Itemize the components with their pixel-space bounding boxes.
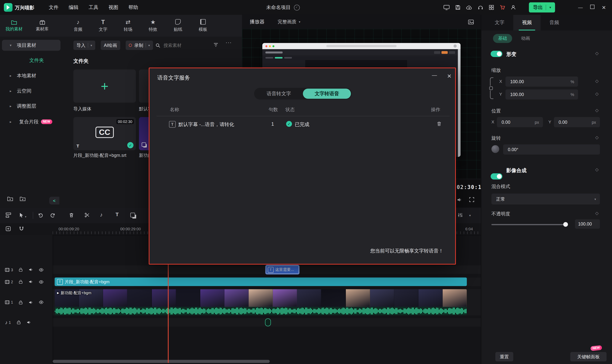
search-input[interactable]	[163, 42, 203, 48]
save-icon[interactable]	[455, 5, 461, 10]
tts-audio-clip[interactable]	[265, 318, 271, 326]
slider-track[interactable]	[492, 224, 566, 225]
opacity-slider[interactable]	[492, 221, 568, 228]
position-y-input[interactable]: 0.00px	[554, 117, 600, 127]
snapshot-icon[interactable]	[468, 19, 474, 25]
delete-icon[interactable]	[69, 212, 74, 218]
row-delete-icon[interactable]	[436, 121, 442, 126]
transform-toggle[interactable]	[491, 51, 502, 57]
link-scale-icon[interactable]	[489, 77, 495, 100]
blend-mode-dropdown[interactable]: 正常 ▾	[492, 194, 600, 205]
tab-text-to-speech[interactable]: 文字转语音	[303, 89, 351, 99]
opacity-input[interactable]: 100.00	[575, 219, 600, 229]
search-box[interactable]	[155, 40, 203, 50]
tab-audio[interactable]: ♪音频	[66, 19, 91, 32]
text-clip[interactable]: T 这里需要...	[266, 265, 299, 274]
display-icon[interactable]	[443, 5, 450, 10]
menu-edit[interactable]: 编辑	[64, 4, 84, 11]
tab-speech-to-text[interactable]: 语音转文字	[255, 89, 303, 99]
scale-x-input[interactable]: 100.00%	[506, 77, 578, 87]
mute-speaker-icon[interactable]	[26, 320, 31, 325]
lock-icon[interactable]	[18, 279, 23, 284]
sidebar-item-adjustment-layer[interactable]: ▸ 调整图层	[2, 101, 60, 112]
timeline-menu-chevron-icon[interactable]: ▾	[469, 214, 471, 217]
tab-video-props[interactable]: 视频	[513, 15, 541, 31]
mute-speaker-icon[interactable]	[29, 267, 33, 272]
subtitle-file-tile[interactable]: 00:02:30 CC T ✓	[73, 117, 136, 150]
add-folder-icon[interactable]	[7, 196, 13, 201]
keyframe-diamond-icon[interactable]: ◇	[595, 79, 599, 83]
player-volume-icon[interactable]	[457, 197, 462, 203]
compositing-toggle[interactable]	[491, 173, 502, 180]
tab-text[interactable]: T文字	[91, 19, 116, 32]
tab-transition[interactable]: ⇄转场	[116, 19, 141, 32]
menu-help[interactable]: 帮助	[123, 4, 143, 11]
tab-my-media[interactable]: 我的素材	[0, 20, 28, 32]
lock-icon[interactable]	[18, 267, 23, 272]
quality-chevron-icon[interactable]: ▾	[299, 20, 300, 24]
fullscreen-icon[interactable]	[469, 197, 474, 202]
quality-dropdown[interactable]: 完整画质	[278, 19, 297, 25]
tab-stickers[interactable]: 贴纸	[166, 19, 191, 32]
tab-audio-props[interactable]: 音频	[541, 15, 568, 31]
tab-templates[interactable]: 模板	[191, 19, 216, 32]
filter-icon[interactable]	[213, 42, 219, 48]
support-headset-icon[interactable]	[478, 5, 483, 10]
slider-thumb[interactable]	[563, 222, 568, 227]
sidebar-item-compound-clip[interactable]: ▸ 复合片段 NEW	[2, 116, 60, 127]
import-chevron-icon[interactable]: ▾	[91, 43, 92, 47]
import-button[interactable]: 导入▾	[73, 40, 95, 50]
sidebar-item-folder[interactable]: 文件夹	[2, 55, 60, 66]
rotate-input[interactable]: 0.00°	[503, 144, 600, 155]
user-account-icon[interactable]	[511, 5, 516, 10]
more-options-icon[interactable]: ···	[226, 39, 232, 45]
tab-text-props[interactable]: 文字	[486, 15, 513, 31]
keyframe-diamond-icon[interactable]: ◇	[595, 51, 599, 55]
track-layout-icon[interactable]	[6, 212, 12, 218]
dialog-close-icon[interactable]: ✕	[445, 73, 454, 79]
mixer-icon[interactable]	[457, 212, 463, 218]
dialog-minimize-icon[interactable]: —	[430, 72, 439, 78]
reset-button[interactable]: 重置	[495, 352, 513, 361]
subtab-animation[interactable]: 动画	[521, 36, 530, 41]
keyframe-diamond-icon[interactable]: ◇	[595, 167, 599, 171]
keyframe-panel-button[interactable]: 关键帧面板	[570, 352, 607, 361]
cloud-upload-icon[interactable]	[466, 5, 472, 10]
keyframe-diamond-icon[interactable]: ◇	[595, 92, 599, 96]
audio-detach-icon[interactable]: ♪	[100, 211, 103, 218]
freeze-frame-icon[interactable]	[130, 213, 135, 217]
select-cursor-icon[interactable]	[19, 212, 24, 218]
mute-speaker-icon[interactable]	[29, 279, 33, 284]
keyframe-diamond-icon[interactable]: ◇	[595, 135, 599, 140]
position-x-input[interactable]: 0.00px	[497, 117, 543, 127]
menu-view[interactable]: 视图	[104, 4, 123, 11]
snap-magnet-icon[interactable]	[19, 226, 24, 232]
export-chevron-icon[interactable]: ▾	[549, 6, 551, 9]
subtitle-clip[interactable]: T 片段_新功能-配音+bgm	[55, 278, 467, 286]
delete-folder-icon[interactable]	[20, 196, 26, 201]
keyframe-diamond-icon[interactable]: ◇	[595, 211, 599, 215]
import-media-tile[interactable]: +	[73, 69, 136, 103]
undo-icon[interactable]	[38, 212, 43, 218]
eye-visibility-icon[interactable]	[39, 267, 44, 272]
table-row[interactable]: T 默认字幕 -...语音，请转化 1 ✓ 已完成	[149, 118, 457, 130]
timeline-scrollbar[interactable]	[52, 360, 270, 363]
player-label[interactable]: 播放器	[250, 19, 265, 25]
record-button[interactable]: 录制▾	[126, 40, 153, 50]
cart-icon[interactable]	[500, 5, 505, 10]
record-chevron-icon[interactable]: ▾	[148, 43, 150, 47]
ai-paint-button[interactable]: AI绘画	[101, 40, 120, 50]
mute-speaker-icon[interactable]	[29, 300, 33, 304]
scale-y-input[interactable]: 100.00%	[506, 89, 578, 100]
tab-effects[interactable]: ★特效	[141, 19, 166, 32]
sidebar-item-cloud[interactable]: ▸ 云空间	[2, 86, 60, 96]
menu-tools[interactable]: 工具	[84, 4, 104, 11]
video-clip[interactable]: ▶ 新功能-配音+bgm	[55, 289, 467, 315]
add-text-icon[interactable]: T	[116, 211, 119, 218]
split-scissors-icon[interactable]	[84, 212, 90, 218]
eye-visibility-icon[interactable]	[39, 300, 44, 305]
cursor-chevron-icon[interactable]: ▾	[25, 215, 26, 219]
window-close-icon[interactable]: ✕	[598, 4, 610, 10]
chevron-right-icon[interactable]: ▸	[10, 74, 17, 78]
window-minimize-icon[interactable]: —	[574, 5, 586, 10]
